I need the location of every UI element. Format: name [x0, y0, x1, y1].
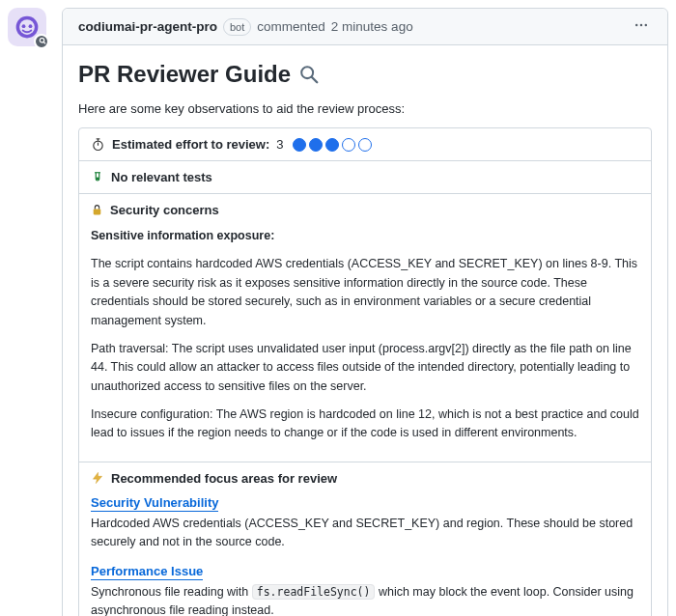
- security-p2: Path traversal: The script uses unvalida…: [91, 340, 639, 396]
- focus-item: Security VulnerabilityHardcoded AWS cred…: [91, 495, 639, 552]
- security-p1: The script contains hardcoded AWS creden…: [91, 255, 639, 330]
- effort-dot: [325, 138, 339, 152]
- focus-link[interactable]: Security Vulnerability: [91, 495, 218, 512]
- svg-point-3: [29, 24, 33, 28]
- comment-header: codiumai-pr-agent-pro bot commented 2 mi…: [63, 9, 667, 45]
- effort-dot: [342, 138, 355, 152]
- focus-items: Security VulnerabilityHardcoded AWS cred…: [91, 495, 639, 616]
- security-section: Security concerns Sensitive information …: [79, 194, 651, 462]
- effort-section: Estimated effort to review: 3: [79, 128, 651, 161]
- focus-label: Recommended focus areas for review: [111, 471, 337, 486]
- tests-section: No relevant tests: [79, 161, 651, 194]
- svg-rect-17: [94, 209, 101, 214]
- effort-dots: [293, 138, 372, 152]
- page-title: PR Reviewer Guide: [78, 61, 652, 88]
- bot-badge: bot: [223, 18, 251, 36]
- focus-desc: Synchronous file reading with fs.readFil…: [91, 583, 639, 617]
- effort-dot: [358, 138, 372, 152]
- effort-dot: [293, 138, 306, 152]
- comment-body: PR Reviewer Guide Here are some key obse…: [63, 45, 667, 616]
- svg-point-7: [640, 24, 642, 26]
- tests-label: No relevant tests: [111, 170, 212, 184]
- review-panel: Estimated effort to review: 3 No relevan…: [78, 127, 652, 616]
- security-body: Sensitive information exposure: The scri…: [91, 227, 639, 443]
- effort-dot: [309, 138, 323, 152]
- timestamp-link[interactable]: 2 minutes ago: [331, 19, 413, 34]
- stopwatch-icon: [91, 137, 105, 152]
- focus-desc: Hardcoded AWS credentials (ACCESS_KEY an…: [91, 515, 639, 552]
- svg-point-4: [40, 38, 44, 42]
- svg-line-5: [43, 42, 45, 43]
- svg-line-10: [312, 77, 318, 83]
- svg-point-2: [22, 24, 26, 28]
- security-p3: Insecure configuration: The AWS region i…: [91, 406, 639, 443]
- focus-section: Recommended focus areas for review Secur…: [79, 462, 651, 616]
- title-text: PR Reviewer Guide: [78, 61, 291, 88]
- avatar-badge-icon: [34, 34, 49, 49]
- inline-code: fs.readFileSync(): [252, 584, 376, 600]
- bolt-icon: [91, 471, 104, 485]
- author-avatar[interactable]: [8, 8, 46, 46]
- svg-point-8: [645, 24, 647, 26]
- intro-text: Here are some key observations to aid th…: [78, 101, 652, 116]
- lock-icon: [91, 204, 103, 216]
- kebab-menu-icon[interactable]: [631, 14, 652, 39]
- svg-point-6: [635, 24, 637, 26]
- security-label: Security concerns: [110, 203, 219, 217]
- effort-value: 3: [276, 137, 283, 152]
- security-subhead: Sensitive information exposure:: [91, 227, 639, 245]
- magnifier-icon: [298, 64, 320, 85]
- test-tube-icon: [91, 171, 104, 184]
- focus-item: Performance IssueSynchronous file readin…: [91, 564, 639, 617]
- svg-rect-16: [96, 177, 99, 180]
- comment-container: codiumai-pr-agent-pro bot commented 2 mi…: [62, 8, 668, 616]
- effort-label: Estimated effort to review:: [112, 137, 269, 152]
- author-link[interactable]: codiumai-pr-agent-pro: [78, 19, 217, 34]
- focus-link[interactable]: Performance Issue: [91, 564, 203, 580]
- comment-action: commented: [257, 19, 325, 34]
